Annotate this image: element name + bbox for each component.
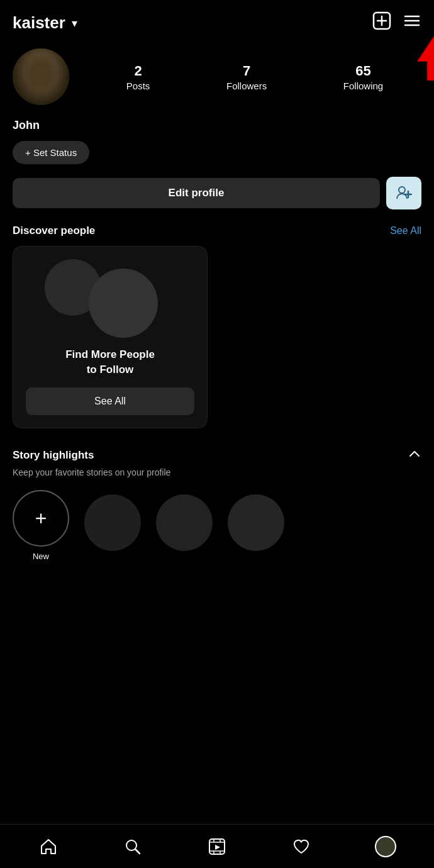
- profile-name-section: John + Set Status: [0, 111, 434, 168]
- bottom-nav: [0, 824, 434, 868]
- highlight-new-label: New: [33, 552, 49, 561]
- add-post-icon[interactable]: [372, 11, 391, 35]
- svg-line-11: [135, 849, 140, 854]
- highlights-title: Story highlights: [13, 449, 94, 462]
- highlight-item-3[interactable]: [228, 494, 284, 556]
- edit-profile-button[interactable]: Edit profile: [13, 178, 380, 208]
- nav-likes[interactable]: [282, 828, 320, 865]
- highlights-header: Story highlights: [13, 447, 421, 464]
- followers-label: Followers: [226, 81, 267, 91]
- posts-stat[interactable]: 2 Posts: [126, 63, 150, 91]
- following-stat[interactable]: 65 Following: [343, 63, 383, 91]
- username-label: kaister: [13, 13, 65, 33]
- svg-marker-6: [418, 36, 434, 81]
- dropdown-icon[interactable]: ▾: [72, 16, 77, 30]
- nav-search[interactable]: [114, 828, 152, 865]
- avatar[interactable]: [13, 48, 69, 105]
- highlight-new[interactable]: + New: [13, 490, 69, 561]
- header: kaister ▾: [0, 0, 434, 42]
- nav-home[interactable]: [30, 828, 67, 865]
- highlights-collapse-icon[interactable]: [408, 447, 421, 464]
- highlight-plus-icon: +: [35, 508, 47, 528]
- following-label: Following: [343, 81, 383, 91]
- discover-see-all-link[interactable]: See All: [390, 225, 421, 236]
- highlights-row: + New: [13, 490, 421, 561]
- discover-avatars: [26, 259, 194, 335]
- svg-marker-20: [215, 845, 220, 850]
- add-person-button[interactable]: [386, 177, 421, 209]
- header-right: [372, 11, 421, 35]
- highlight-item-2[interactable]: [156, 494, 213, 556]
- followers-stat[interactable]: 7 Followers: [226, 63, 267, 91]
- discover-card-see-all-button[interactable]: See All: [26, 387, 194, 415]
- edit-profile-section: Edit profile: [0, 168, 434, 218]
- highlight-circle-1: [84, 494, 141, 551]
- profile-section: 2 Posts 7 Followers 65 Following: [0, 42, 434, 111]
- set-status-button[interactable]: + Set Status: [13, 141, 89, 164]
- nav-reels[interactable]: [198, 828, 236, 865]
- following-count: 65: [355, 63, 370, 79]
- highlight-new-circle: +: [13, 490, 69, 547]
- discover-avatar-2: [89, 269, 158, 338]
- posts-label: Posts: [126, 81, 150, 91]
- posts-count: 2: [134, 63, 142, 79]
- discover-title: Discover people: [13, 225, 95, 237]
- avatar-image: [13, 48, 69, 105]
- discover-card-text: Find More Peopleto Follow: [26, 347, 194, 377]
- profile-name: John: [13, 119, 421, 132]
- followers-count: 7: [243, 63, 250, 79]
- highlights-subtitle: Keep your favorite stories on your profi…: [13, 467, 421, 477]
- stats-container: 2 Posts 7 Followers 65 Following: [88, 63, 421, 91]
- svg-point-7: [399, 187, 405, 193]
- nav-profile-thumb: [375, 836, 396, 857]
- highlight-circle-2: [156, 494, 213, 551]
- nav-profile[interactable]: [367, 828, 404, 865]
- header-left: kaister ▾: [13, 13, 77, 33]
- highlight-item-1[interactable]: [84, 494, 141, 556]
- discover-section: Discover people See All Find More People…: [0, 218, 434, 428]
- discover-card: Find More Peopleto Follow See All: [13, 246, 208, 428]
- menu-icon[interactable]: [403, 11, 421, 35]
- highlights-section: Story highlights Keep your favorite stor…: [0, 435, 434, 570]
- discover-header: Discover people See All: [13, 225, 421, 237]
- highlight-circle-3: [228, 494, 284, 551]
